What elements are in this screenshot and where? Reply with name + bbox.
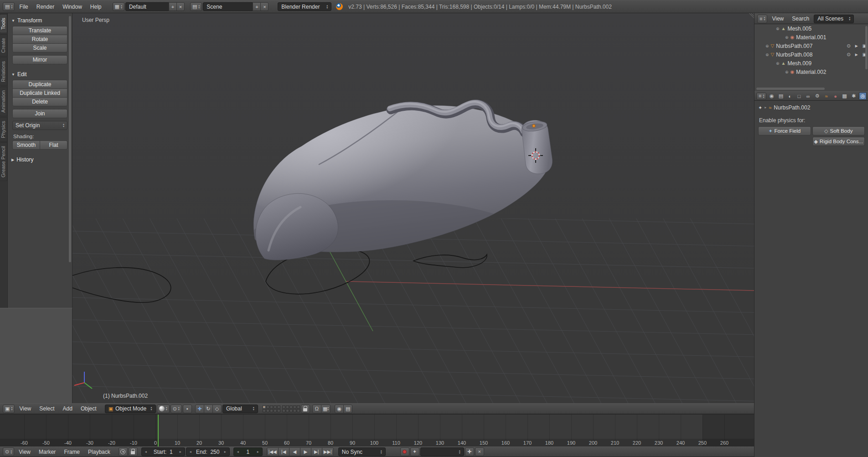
play-reverse-button[interactable]: ◀ (289, 447, 300, 456)
tab-physics[interactable]: ◎ (859, 92, 867, 100)
layer-toggle[interactable] (274, 409, 277, 412)
mirror-button[interactable]: Mirror (12, 55, 67, 64)
frame-start-field[interactable]: ◂ Start: 1 ▸ (141, 447, 185, 456)
outliner-row[interactable]: ⊕ ◉ Material.002 (754, 68, 868, 76)
duplicate-button[interactable]: Duplicate (12, 80, 67, 89)
editor-type-button[interactable]: ≡ ▴▾ (757, 15, 767, 23)
force-field-button[interactable]: ✦ Force Field (758, 126, 811, 135)
visibility-eye-icon[interactable]: ⊙ (847, 52, 850, 57)
breadcrumb-object-name[interactable]: NurbsPath.002 (774, 104, 810, 111)
editor-type-button[interactable]: ⊙ ▴▾ (3, 447, 14, 456)
layer-toggle[interactable] (297, 409, 300, 412)
manipulator-rotate-toggle[interactable]: ↻ (204, 405, 213, 413)
tab-world[interactable]: ◐ (786, 92, 794, 100)
menu-object[interactable]: Object (77, 405, 100, 413)
tab-constraints[interactable]: ∞ (804, 92, 812, 100)
menu-search[interactable]: Search (788, 15, 813, 23)
frame-lock-toggle[interactable] (129, 447, 138, 456)
tab-grease-pencil[interactable]: Grease Pencil (0, 142, 7, 181)
keying-set-icon-button[interactable]: ✦ (410, 447, 419, 456)
visibility-eye-icon[interactable]: ⊙ (847, 43, 850, 48)
scene-browse-button[interactable]: ▤ ▴▾ (190, 2, 202, 11)
layer-toggle[interactable] (277, 409, 280, 412)
editor-type-button[interactable]: ▤ ▴▾ (3, 2, 15, 11)
menu-view[interactable]: View (15, 448, 34, 456)
selectable-cursor-icon[interactable]: ► (854, 43, 859, 48)
transform-orientation-select[interactable]: Global ▴▾ (222, 405, 258, 413)
tab-modifiers[interactable]: ⚙ (813, 92, 821, 100)
layout-delete-button[interactable]: × (176, 2, 185, 11)
menu-help[interactable]: Help (87, 3, 105, 11)
scene-name-field[interactable]: Scene (203, 2, 253, 11)
expander-icon[interactable]: ⊕ (776, 61, 780, 66)
tool-shelf-scrollbar[interactable] (69, 16, 71, 262)
menu-add[interactable]: Add (59, 405, 76, 413)
menu-playback[interactable]: Playback (84, 448, 114, 456)
auto-keyframe-toggle[interactable] (400, 447, 409, 456)
translate-button[interactable]: Translate (12, 26, 67, 35)
tab-object-data[interactable]: ≈ (822, 92, 830, 100)
tab-material[interactable]: ● (832, 92, 839, 100)
layer-toggle[interactable] (289, 409, 293, 412)
scene-delete-button[interactable]: × (260, 2, 269, 11)
current-frame-marker[interactable] (158, 415, 159, 447)
expander-icon[interactable]: ⊕ (785, 70, 789, 74)
join-button[interactable]: Join (12, 109, 67, 118)
menu-frame[interactable]: Frame (60, 448, 83, 456)
menu-view[interactable]: View (16, 405, 35, 413)
tab-render[interactable]: ◉ (768, 92, 775, 100)
insert-keyframe-button[interactable]: ✚ (465, 447, 474, 456)
shade-flat-button[interactable]: Flat (40, 140, 67, 150)
delete-keyframe-button[interactable]: × (475, 447, 484, 456)
outliner-row[interactable]: ⊕ ▲ Mesh.009 (754, 59, 868, 68)
outliner-display-mode-select[interactable]: All Scenes ▴▾ (814, 15, 854, 23)
preview-range-toggle[interactable] (119, 447, 128, 456)
area-corner-widget[interactable] (749, 13, 754, 19)
tab-create[interactable]: Create (0, 34, 7, 57)
lock-to-scene-toggle[interactable] (301, 405, 310, 413)
layer-toggle[interactable] (270, 405, 273, 409)
duplicate-linked-button[interactable]: Duplicate Linked (12, 88, 67, 98)
expander-icon[interactable]: ⊕ (765, 52, 769, 57)
menu-marker[interactable]: Marker (35, 448, 59, 456)
mode-select[interactable]: ▣Object Mode ▴▾ (105, 405, 156, 413)
manipulator-translate-toggle[interactable]: ✚ (195, 405, 204, 413)
sync-mode-select[interactable]: No Sync ▴▾ (338, 447, 386, 456)
outliner-row[interactable]: ⊕ ▽ NurbsPath.007 ⊙ ► ▣ (754, 42, 868, 50)
layer-toggle[interactable] (282, 405, 285, 409)
current-frame-field[interactable]: ◂ 1 ▸ (233, 447, 263, 456)
layer-toggle[interactable] (263, 405, 266, 409)
set-origin-menu[interactable]: Set Origin ▴▾ (12, 121, 67, 130)
shade-smooth-button[interactable]: Smooth (12, 140, 40, 150)
layout-browse-button[interactable]: ▦ ▴▾ (113, 2, 124, 11)
layout-name-field[interactable]: Default (125, 2, 169, 11)
tab-tools[interactable]: Tools (0, 14, 7, 33)
pivot-align-toggle[interactable]: ▪ (183, 405, 192, 413)
editor-type-button[interactable]: ▣ ▴▾ (3, 405, 15, 413)
outliner-row[interactable]: ⊕ ◉ Material.001 (754, 33, 868, 42)
scene-add-button[interactable]: + (253, 2, 261, 11)
layers-group-1[interactable] (263, 405, 280, 412)
tab-particles[interactable]: ✱ (850, 92, 858, 100)
tab-relations[interactable]: Relations (0, 57, 7, 86)
layer-toggle[interactable] (263, 409, 266, 412)
viewport-shading-select[interactable]: ▴▾ (157, 405, 170, 413)
panel-header-edit[interactable]: ▼Edit (8, 69, 72, 80)
menu-render[interactable]: Render (33, 3, 58, 11)
render-engine-select[interactable]: Blender Render ▴▾ (278, 2, 331, 11)
layer-toggle[interactable] (266, 409, 269, 412)
layer-toggle[interactable] (277, 405, 280, 409)
pin-icon[interactable]: ✦ (758, 105, 762, 110)
editor-type-button[interactable]: ≡ ▴▾ (756, 93, 766, 100)
layer-toggle[interactable] (286, 409, 289, 412)
pivot-center-select[interactable]: ⊙ ▴▾ (170, 405, 182, 413)
jump-prev-keyframe-button[interactable]: |◀ (278, 447, 289, 456)
menu-select[interactable]: Select (36, 405, 58, 413)
layer-toggle[interactable] (293, 405, 296, 409)
scale-button[interactable]: Scale (12, 43, 67, 52)
panel-header-transform[interactable]: ▼Transform (8, 15, 72, 26)
layer-toggle[interactable] (270, 409, 273, 412)
layer-toggle[interactable] (286, 405, 289, 409)
layer-toggle[interactable] (274, 405, 277, 409)
render-opengl-button[interactable]: ◉ (335, 405, 344, 413)
